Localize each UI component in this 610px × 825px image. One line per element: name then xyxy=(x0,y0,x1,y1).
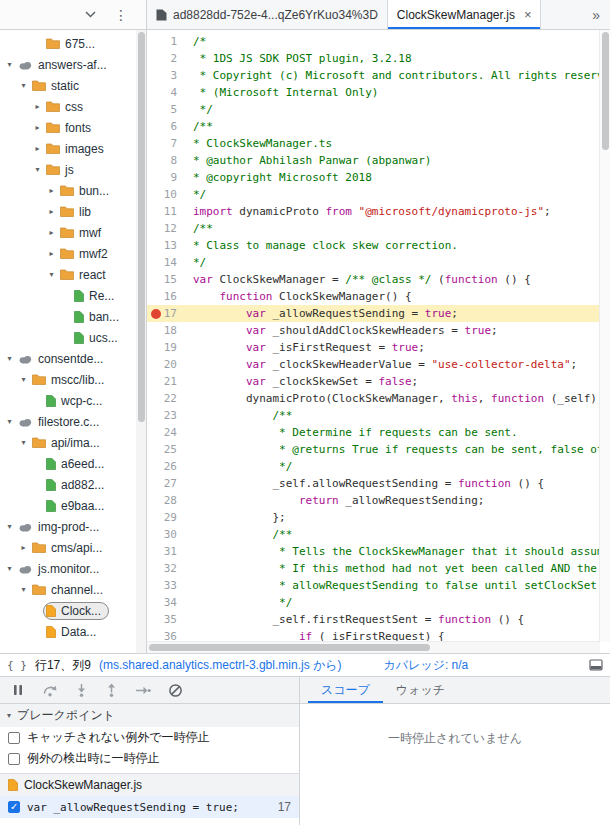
line-number[interactable]: 2 xyxy=(147,50,187,67)
tree-item[interactable]: ucs... xyxy=(0,327,136,348)
code-text[interactable]: */ xyxy=(187,458,600,475)
tree-item[interactable]: ▾react xyxy=(0,264,136,285)
expand-arrow-icon[interactable]: ▸ xyxy=(32,102,43,111)
tree-item-body[interactable]: mwf xyxy=(57,224,109,242)
pause-script-button[interactable] xyxy=(11,683,25,697)
tree-item-body[interactable]: static xyxy=(29,77,87,95)
tab-watch[interactable]: ウォッチ xyxy=(383,677,458,703)
tree-item-body[interactable]: bun... xyxy=(57,182,117,200)
tree-item[interactable]: Data... xyxy=(0,621,136,642)
tree-item[interactable]: ▾js.monitor... xyxy=(0,558,136,579)
line-number[interactable]: 35 xyxy=(147,611,187,628)
line-number[interactable]: 17 xyxy=(147,305,187,322)
line-number[interactable]: 32 xyxy=(147,560,187,577)
collapse-arrow-icon[interactable]: ▾ xyxy=(4,564,15,573)
code-text[interactable]: if (_isFirstRequest) { xyxy=(187,628,600,642)
line-number[interactable]: 23 xyxy=(147,407,187,424)
code-text[interactable]: * Copyright (c) Microsoft and contributo… xyxy=(187,67,600,84)
coverage-link[interactable]: カバレッジ: n/a xyxy=(384,657,469,674)
line-number[interactable]: 22 xyxy=(147,390,187,407)
tree-item-body[interactable]: js.monitor... xyxy=(15,560,107,578)
tree-item-body[interactable]: api/ima... xyxy=(29,434,108,452)
code-text[interactable]: * Determine if requests can be sent. xyxy=(187,424,600,441)
line-number[interactable]: 11 xyxy=(147,203,187,220)
step-button[interactable] xyxy=(135,684,151,697)
tree-item[interactable]: ▸lib xyxy=(0,201,136,222)
line-number[interactable]: 26 xyxy=(147,458,187,475)
tree-item-body[interactable]: channel... xyxy=(29,581,111,599)
editor-horizontal-scrollbar[interactable] xyxy=(147,641,600,653)
tree-item-body[interactable]: lib xyxy=(57,203,99,221)
collapse-arrow-icon[interactable]: ▾ xyxy=(18,585,29,594)
tab-overflow-button[interactable]: » xyxy=(582,0,610,29)
breakpoint-file-group[interactable]: ClockSkewManager.js xyxy=(0,773,299,796)
code-text[interactable]: dynamicProto(ClockSkewManager, this, fun… xyxy=(187,390,600,407)
expand-arrow-icon[interactable]: ▸ xyxy=(46,207,57,216)
chevron-down-icon[interactable] xyxy=(85,11,96,18)
pause-caught-checkbox[interactable] xyxy=(8,753,20,765)
tree-item-body[interactable]: images xyxy=(43,140,112,158)
tree-item[interactable]: ▸bun... xyxy=(0,180,136,201)
tree-item-body[interactable]: a6eed... xyxy=(43,455,112,473)
tree-item-body[interactable]: e9baa... xyxy=(43,497,112,515)
expand-arrow-icon[interactable]: ▸ xyxy=(32,123,43,132)
breakpoint-dot-icon[interactable] xyxy=(151,309,161,319)
tree-item-body[interactable]: img-prod-... xyxy=(15,518,107,536)
tree-item[interactable]: ▾js xyxy=(0,159,136,180)
line-number[interactable]: 30 xyxy=(147,526,187,543)
line-number[interactable]: 34 xyxy=(147,594,187,611)
code-text[interactable]: * @returns True if requests can be sent,… xyxy=(187,441,600,458)
step-out-button[interactable] xyxy=(105,683,118,697)
code-text[interactable]: * ClockSkewManager.ts xyxy=(187,135,600,152)
line-number[interactable]: 20 xyxy=(147,356,187,373)
pause-caught-row[interactable]: 例外の検出時に一時停止 xyxy=(0,748,299,769)
code-text[interactable]: var _allowRequestSending = true; xyxy=(187,305,600,322)
code-text[interactable]: _self.allowRequestSending = function () … xyxy=(187,475,600,492)
expand-arrow-icon[interactable]: ▸ xyxy=(46,186,57,195)
line-number[interactable]: 36 xyxy=(147,628,187,642)
tree-item[interactable]: wcp-c... xyxy=(0,390,136,411)
tree-item[interactable]: ▸css xyxy=(0,96,136,117)
tree-item-selected[interactable]: Clock... xyxy=(43,602,109,620)
line-number[interactable]: 7 xyxy=(147,135,187,152)
tab-clockskewmanager[interactable]: ClockSkewManager.js × xyxy=(388,0,542,29)
line-number[interactable]: 10 xyxy=(147,186,187,203)
code-text[interactable]: */ xyxy=(187,186,600,203)
tree-item-body[interactable]: fonts xyxy=(43,119,99,137)
code-text[interactable]: * If this method had not yet been called… xyxy=(187,560,600,577)
tree-item-body[interactable]: wcp-c... xyxy=(43,392,110,410)
step-over-button[interactable] xyxy=(42,684,58,697)
collapse-arrow-icon[interactable]: ▾ xyxy=(18,81,29,90)
code-text[interactable]: /** xyxy=(187,118,600,135)
collapse-arrow-icon[interactable]: ▾ xyxy=(4,60,15,69)
collapse-arrow-icon[interactable]: ▾ xyxy=(18,375,29,384)
tree-item-body[interactable]: css xyxy=(43,98,91,116)
line-number[interactable]: 1 xyxy=(147,33,187,50)
tab-scope[interactable]: スコープ xyxy=(308,677,383,703)
code-text[interactable]: _self.firstRequestSent = function () { xyxy=(187,611,600,628)
line-number[interactable]: 13 xyxy=(147,237,187,254)
tree-item-body[interactable]: react xyxy=(57,266,114,284)
tree-item[interactable]: 675... xyxy=(0,33,136,54)
line-number[interactable]: 21 xyxy=(147,373,187,390)
line-number[interactable]: 24 xyxy=(147,424,187,441)
code-text[interactable]: var _clockSkewHeaderValue = "use-collect… xyxy=(187,356,600,373)
tree-item[interactable]: ▾img-prod-... xyxy=(0,516,136,537)
tree-item[interactable]: ▾consentde... xyxy=(0,348,136,369)
line-number[interactable]: 6 xyxy=(147,118,187,135)
tree-scrollbar-thumb[interactable] xyxy=(138,32,145,422)
tree-item[interactable]: ▸mwf xyxy=(0,222,136,243)
line-number[interactable]: 3 xyxy=(147,67,187,84)
line-number[interactable]: 8 xyxy=(147,152,187,169)
code-text[interactable]: var _isFirstRequest = true; xyxy=(187,339,600,356)
tree-item-body[interactable]: js xyxy=(43,161,82,179)
code-text[interactable]: */ xyxy=(187,254,600,271)
line-number[interactable]: 19 xyxy=(147,339,187,356)
tree-item[interactable]: ▾mscc/lib... xyxy=(0,369,136,390)
tree-item[interactable]: a6eed... xyxy=(0,453,136,474)
tree-item-body[interactable]: filestore.c... xyxy=(15,413,107,431)
line-number[interactable]: 14 xyxy=(147,254,187,271)
code-text[interactable]: * Class to manage clock skew correction. xyxy=(187,237,600,254)
code-text[interactable]: * Tells the ClockSkewManager that it sho… xyxy=(187,543,600,560)
tree-item[interactable]: e9baa... xyxy=(0,495,136,516)
